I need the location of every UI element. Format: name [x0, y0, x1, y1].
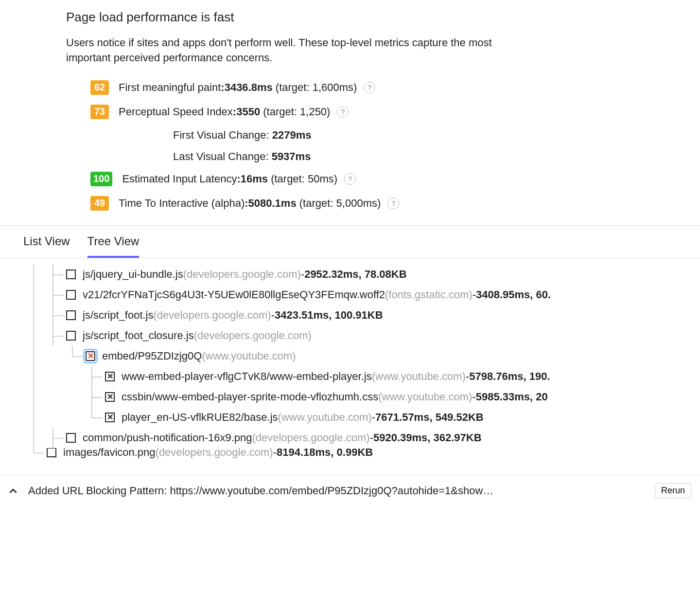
resource-path: js/script_foot.js	[83, 309, 154, 322]
resource-host: (developers.google.com)	[156, 448, 273, 459]
score-badge: 100	[90, 172, 112, 186]
metric-row: 100Estimated Input Latency: 16ms (target…	[90, 172, 700, 186]
metric-value: 3550	[236, 106, 260, 118]
tree-row[interactable]: embed/P95ZDIzjg0Q (www.youtube.com)	[0, 346, 700, 366]
metric-value: 5080.1ms	[248, 197, 297, 210]
tab-tree-view[interactable]: Tree View	[88, 227, 140, 258]
status-bar: Added URL Blocking Pattern: https://www.…	[0, 475, 700, 506]
view-tabs: List View Tree View	[0, 225, 700, 258]
resource-path: player_en-US-vflkRUE82/base.js	[122, 411, 278, 424]
resource-host: (www.youtube.com)	[372, 370, 466, 383]
resource-path: www-embed-player-vflgCTvK8/www-embed-pla…	[122, 370, 372, 383]
help-icon[interactable]: ?	[387, 198, 399, 209]
sub-metric-value: 2279ms	[272, 129, 312, 141]
resource-host: (fonts.gstatic.com)	[385, 288, 472, 301]
metric-label: First meaningful paint	[119, 81, 221, 94]
resource-host: (developers.google.com)	[154, 309, 271, 322]
expand-icon[interactable]	[9, 486, 18, 495]
metric-label: Perceptual Speed Index	[119, 106, 233, 118]
tab-list-view[interactable]: List View	[23, 227, 70, 258]
help-icon[interactable]: ?	[364, 82, 375, 93]
metric-target: (target: 5,000ms)	[297, 197, 381, 210]
metric-row: 49Time To Interactive (alpha): 5080.1ms …	[90, 196, 700, 211]
status-message: Added URL Blocking Pattern: https://www.…	[28, 485, 651, 497]
tree-row[interactable]: player_en-US-vflkRUE82/base.js (www.yout…	[0, 407, 700, 428]
resource-stats: 2952.32ms, 78.08KB	[304, 268, 406, 281]
resource-host: (www.youtube.com)	[278, 411, 372, 424]
resource-path: js/jquery_ui-bundle.js	[83, 268, 183, 281]
score-badge: 62	[90, 80, 109, 95]
tree-row[interactable]: www-embed-player-vflgCTvK8/www-embed-pla…	[0, 366, 700, 387]
resource-stats: 5920.39ms, 362.97KB	[373, 432, 482, 444]
tree-row[interactable]: js/script_foot_closure.js (developers.go…	[0, 325, 700, 346]
block-checkbox[interactable]	[105, 392, 115, 402]
resource-stats: 5985.33ms, 20	[476, 391, 548, 403]
block-checkbox[interactable]	[66, 331, 76, 341]
resource-path: v21/2fcrYFNaTjcS6g4U3t-Y5UEw0lE80llgEseQ…	[83, 288, 385, 301]
tree-row[interactable]: js/jquery_ui-bundle.js (developers.googl…	[0, 264, 700, 285]
block-checkbox[interactable]	[66, 290, 76, 300]
sub-metric-value: 5937ms	[272, 150, 311, 162]
help-icon[interactable]: ?	[337, 106, 349, 118]
sub-metric: Last Visual Change5937ms	[173, 150, 700, 163]
resource-host: (www.youtube.com)	[378, 391, 472, 403]
score-badge: 49	[90, 196, 109, 211]
block-checkbox[interactable]	[105, 413, 115, 422]
resource-host: (developers.google.com)	[194, 329, 312, 342]
sub-metric-label: Last Visual Change	[173, 150, 272, 162]
resource-stats: 3408.95ms, 60.	[476, 288, 551, 301]
metric-target: (target: 50ms)	[268, 173, 337, 185]
metrics-list: 62First meaningful paint: 3436.8ms (targ…	[66, 80, 700, 211]
resource-path: images/favicon.png	[63, 448, 156, 459]
sub-metric: First Visual Change2279ms	[173, 129, 700, 142]
block-checkbox[interactable]	[66, 310, 76, 320]
block-checkbox[interactable]	[105, 372, 115, 381]
block-checkbox[interactable]	[47, 448, 56, 457]
tree-row[interactable]: common/push-notification-16x9.png (devel…	[0, 428, 700, 448]
metric-label: Estimated Input Latency	[122, 173, 237, 185]
metric-label: Time To Interactive (alpha)	[119, 197, 245, 210]
tree-row[interactable]: js/script_foot.js (developers.google.com…	[0, 305, 700, 325]
metric-target: (target: 1,600ms)	[273, 81, 357, 94]
resource-stats: 5798.76ms, 190.	[469, 370, 550, 383]
resource-tree: js/jquery_ui-bundle.js (developers.googl…	[0, 258, 700, 463]
sub-metric-label: First Visual Change	[173, 129, 272, 141]
page-description: Users notice if sites and apps don't per…	[66, 36, 528, 66]
resource-path: common/push-notification-16x9.png	[83, 432, 252, 444]
resource-path: cssbin/www-embed-player-sprite-mode-vflo…	[122, 391, 378, 403]
metric-value: 16ms	[241, 173, 268, 185]
block-checkbox[interactable]	[66, 270, 76, 279]
resource-stats: 7671.57ms, 549.52KB	[375, 411, 484, 424]
metric-target: (target: 1,250)	[260, 106, 330, 118]
metric-row: 73Perceptual Speed Index: 3550 (target: …	[90, 105, 700, 119]
resource-stats: 8194.18ms, 0.99KB	[277, 448, 373, 459]
rerun-button[interactable]: Rerun	[655, 483, 691, 498]
resource-path: js/script_foot_closure.js	[83, 329, 194, 342]
resource-host: (developers.google.com)	[252, 432, 370, 444]
block-checkbox[interactable]	[66, 433, 76, 443]
resource-host: (www.youtube.com)	[202, 350, 296, 362]
tree-row[interactable]: v21/2fcrYFNaTjcS6g4U3t-Y5UEw0lE80llgEseQ…	[0, 285, 700, 305]
resource-stats: 3423.51ms, 100.91KB	[275, 309, 383, 322]
page-title: Page load performance is fast	[66, 10, 700, 25]
tree-row[interactable]: images/favicon.png (developers.google.co…	[0, 448, 700, 463]
resource-path: embed/P95ZDIzjg0Q	[102, 350, 202, 362]
score-badge: 73	[90, 105, 109, 119]
block-checkbox[interactable]	[86, 351, 95, 361]
help-icon[interactable]: ?	[344, 173, 356, 185]
resource-host: (developers.google.com)	[183, 268, 301, 281]
tree-row[interactable]: cssbin/www-embed-player-sprite-mode-vflo…	[0, 387, 700, 407]
metric-value: 3436.8ms	[225, 81, 273, 94]
metric-row: 62First meaningful paint: 3436.8ms (targ…	[90, 80, 700, 95]
